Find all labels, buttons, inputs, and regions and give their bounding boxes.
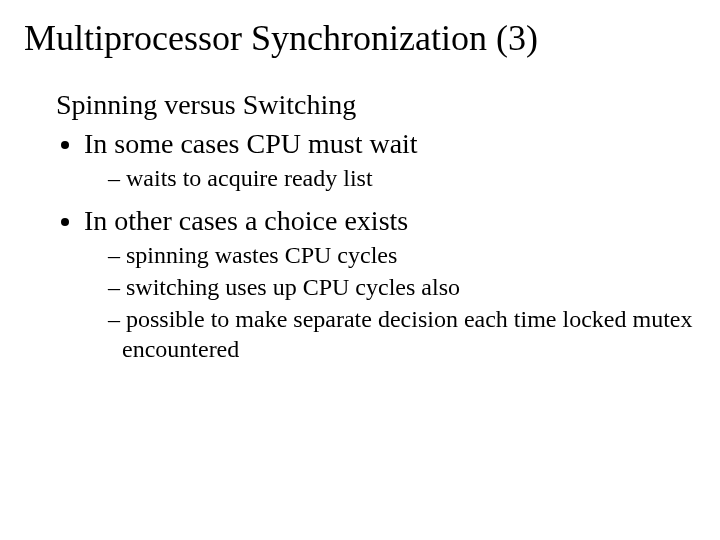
sub-bullet-item: spinning wastes CPU cycles [108,240,696,270]
slide: Multiprocessor Synchronization (3) Spinn… [0,0,720,540]
bullet-text: In some cases CPU must wait [84,128,418,159]
sub-bullet-item: switching uses up CPU cycles also [108,272,696,302]
bullet-item: In other cases a choice exists spinning … [84,203,696,364]
sub-bullet-list: spinning wastes CPU cycles switching use… [84,240,696,364]
sub-bullet-list: waits to acquire ready list [84,163,696,193]
bullet-list: In some cases CPU must wait waits to acq… [56,126,696,364]
intro-line: Spinning versus Switching [56,87,696,122]
bullet-item: In some cases CPU must wait waits to acq… [84,126,696,193]
slide-title: Multiprocessor Synchronization (3) [24,18,696,59]
bullet-text: In other cases a choice exists [84,205,408,236]
sub-bullet-item: possible to make separate decision each … [108,304,696,364]
sub-bullet-item: waits to acquire ready list [108,163,696,193]
slide-body: Spinning versus Switching In some cases … [56,87,696,364]
